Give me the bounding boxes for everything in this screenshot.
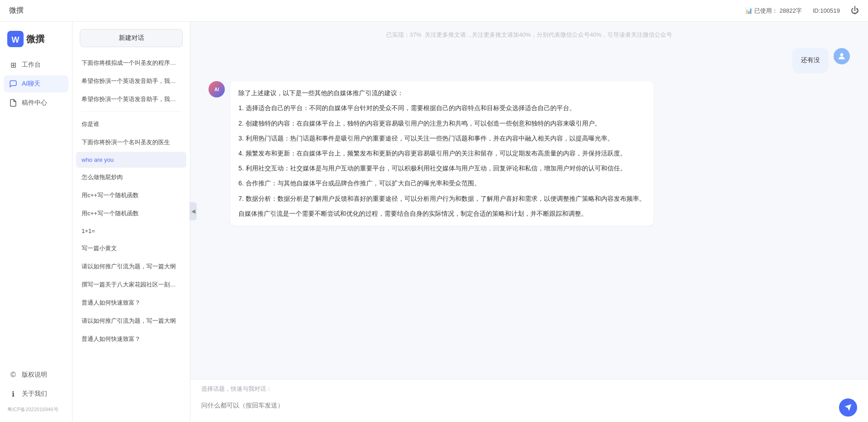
conv-divider	[82, 112, 181, 112]
topbar-right: 📊 已使用： 28822字 ID:100519 ⏻	[745, 6, 859, 15]
collapse-panel-button[interactable]: ◀	[189, 202, 197, 220]
usage-icon: 📊	[745, 7, 752, 14]
workspace-label: 工作台	[22, 61, 41, 69]
list-item[interactable]: 希望你扮演一个英语发音助手，我提供给你...	[76, 91, 186, 108]
ai-para-3: 3. 利用热门话题：热门话题和事件是吸引用户的重要途径，可以关注一些热门话题和事…	[238, 133, 645, 144]
chat-messages: 已实现：37% 关注更多推文请…关注更多推文请加40%，分别代表微信公众号40%…	[190, 22, 868, 379]
svg-text:W: W	[12, 35, 19, 44]
ai-chat-label: AI聊天	[22, 80, 40, 88]
sidebar: W 微撰 ⊞ 工作台 AI聊天	[0, 22, 73, 422]
message-row-user: 还有没	[209, 48, 850, 72]
send-icon	[844, 403, 852, 412]
top-fade-text: 已实现：37% 关注更多推文请…关注更多推文请加40%，分别代表微信公众号40%…	[209, 31, 850, 39]
sidebar-item-copyright[interactable]: © 版权说明	[4, 366, 68, 383]
usage-count: 28822字	[780, 7, 802, 15]
list-item[interactable]: 请以如何推广引流为题，写一篇大纲	[76, 312, 186, 330]
new-conversation-button[interactable]: 新建对话	[80, 29, 183, 47]
workspace-icon: ⊞	[9, 61, 17, 69]
list-item[interactable]: 撰写一篇关于八大家花园社区一刻钟便民生...	[76, 276, 186, 293]
topbar-usage: 📊 已使用： 28822字	[745, 7, 802, 15]
ai-para-1: 1. 选择适合自己的平台：不同的自媒体平台针对的受众不同，需要根据自己的内容特点…	[238, 102, 645, 114]
draft-label: 稿件中心	[22, 99, 47, 107]
message-row-ai: AI 除了上述建议，以下是一些其他的自媒体推广引流的建议： 1. 选择适合自己的…	[209, 81, 850, 226]
list-item[interactable]: 希望你扮演一个英语发音助手，我提供给你...	[76, 73, 186, 90]
list-item[interactable]: 下面你将模拟成一个叫圣友的程序员，我说...	[76, 54, 186, 72]
sidebar-logo: W 微撰	[0, 31, 72, 56]
conversation-list: 下面你将模拟成一个叫圣友的程序员，我说... 希望你扮演一个英语发音助手，我提供…	[73, 54, 190, 422]
ai-para-7: 7. 数据分析：数据分析是了解用户反馈和喜好的重要途径，可以分析用户行为和数据，…	[238, 193, 645, 204]
user-avatar	[834, 48, 850, 64]
sidebar-footer: 粤ICP备2022016946号	[0, 403, 72, 413]
logout-button[interactable]: ⏻	[851, 6, 859, 15]
sidebar-item-draft[interactable]: 稿件中心	[4, 94, 68, 112]
chat-input[interactable]	[201, 397, 835, 417]
topbar-title: 微撰	[9, 6, 24, 15]
list-item[interactable]: 请以如何推广引流为题，写一篇大纲	[76, 258, 186, 275]
conv-panel: 新建对话 下面你将模拟成一个叫圣友的程序员，我说... 希望你扮演一个英语发音助…	[73, 22, 190, 422]
quick-topics-label: 选择话题，快速与我对话：	[201, 385, 857, 393]
input-row	[201, 397, 857, 417]
list-item[interactable]: 你是谁	[76, 116, 186, 133]
copyright-label: 版权说明	[22, 371, 47, 379]
ai-para-8: 自媒体推广引流是一个需要不断尝试和优化的过程，需要结合自身的实际情况，制定合适的…	[238, 208, 645, 219]
about-icon: ℹ	[9, 390, 17, 398]
user-message-content: 还有没	[793, 48, 828, 72]
about-label: 关于我们	[22, 390, 47, 398]
copyright-icon: ©	[9, 371, 17, 379]
list-item[interactable]: 普通人如何快速致富？	[76, 294, 186, 311]
list-item-active[interactable]: who are you	[76, 152, 186, 168]
main-layout: W 微撰 ⊞ 工作台 AI聊天	[0, 22, 868, 422]
ai-message-content: 除了上述建议，以下是一些其他的自媒体推广引流的建议： 1. 选择适合自己的平台：…	[230, 81, 654, 226]
sidebar-item-about[interactable]: ℹ 关于我们	[4, 385, 68, 403]
list-item[interactable]: 1+1=	[76, 223, 186, 239]
sidebar-bottom: © 版权说明 ℹ 关于我们	[0, 366, 72, 403]
sidebar-item-ai-chat[interactable]: AI聊天	[4, 75, 68, 92]
logo-text: 微撰	[26, 33, 44, 45]
user-message-text: 还有没	[801, 56, 820, 63]
usage-label: 已使用：	[754, 7, 778, 15]
ai-para-4: 4. 频繁发布和更新：在自媒体平台上，频繁发布和更新的内容更容易吸引用户的关注和…	[238, 148, 645, 159]
draft-icon	[9, 99, 17, 107]
ai-para-6: 6. 合作推广：与其他自媒体平台或品牌合作推广，可以扩大自己的曝光率和受众范围。	[238, 178, 645, 189]
ai-para-2: 2. 创建独特的内容：在自媒体平台上，独特的内容更容易吸引用户的注意力和共鸣，可…	[238, 118, 645, 129]
ai-para-5: 5. 利用社交互动：社交媒体是与用户互动的重要平台，可以积极利用社交媒体与用户互…	[238, 163, 645, 174]
list-item[interactable]: 用c++写一个随机函数	[76, 187, 186, 204]
list-item[interactable]: 普通人如何快速致富？	[76, 330, 186, 348]
logo-icon: W	[7, 31, 24, 47]
ai-avatar: AI	[209, 81, 225, 97]
sidebar-nav: ⊞ 工作台 AI聊天 稿件中心	[0, 56, 72, 112]
ai-para-0: 除了上述建议，以下是一些其他的自媒体推广引流的建议：	[238, 87, 645, 99]
chat-input-area: 选择话题，快速与我对话：	[190, 379, 868, 422]
topbar-id: ID:100519	[813, 7, 840, 14]
chat-area: 已实现：37% 关注更多推文请…关注更多推文请加40%，分别代表微信公众号40%…	[190, 22, 868, 422]
svg-point-2	[840, 53, 844, 56]
list-item[interactable]: 下面你将扮演一个名叫圣友的医生	[76, 134, 186, 151]
send-button[interactable]	[839, 398, 857, 417]
ai-chat-icon	[9, 80, 17, 88]
topbar: 微撰 📊 已使用： 28822字 ID:100519 ⏻	[0, 0, 868, 22]
list-item[interactable]: 写一篇小黄文	[76, 240, 186, 257]
list-item[interactable]: 用c++写一个随机函数	[76, 205, 186, 222]
sidebar-item-workspace[interactable]: ⊞ 工作台	[4, 56, 68, 73]
list-item[interactable]: 怎么做拖屁炒肉	[76, 169, 186, 186]
